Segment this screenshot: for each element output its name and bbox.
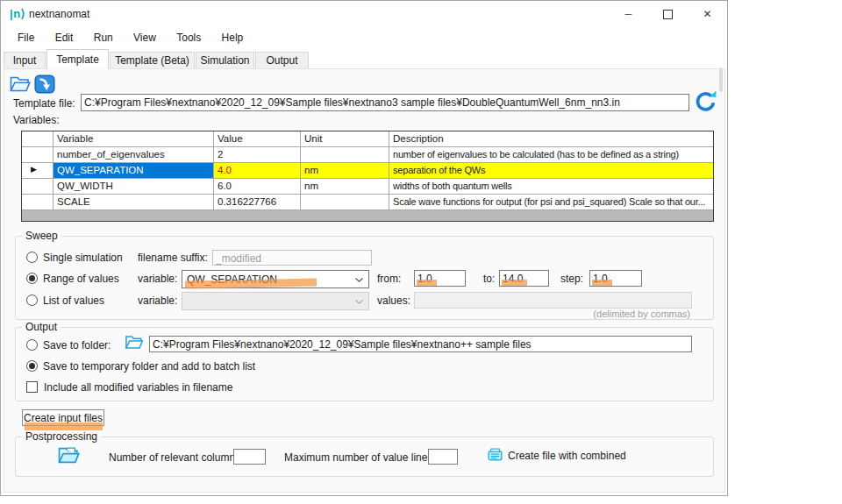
list-of-values-radio[interactable] xyxy=(26,295,38,306)
postprocess-folder-button[interactable] xyxy=(58,445,80,465)
load-template-button[interactable] xyxy=(34,75,55,94)
step-label: step: xyxy=(560,273,583,285)
to-label: to: xyxy=(483,273,495,285)
value-lines-label: Maximum number of value lines: xyxy=(284,451,436,464)
template-file-label: Template file: xyxy=(13,97,75,110)
step-value: 1.0 xyxy=(593,273,608,285)
table-row: number_of_eigenvalues 2 number of eigenv… xyxy=(22,147,713,163)
relevant-column-input[interactable] xyxy=(233,449,266,465)
cell-unit[interactable]: nm xyxy=(301,179,389,195)
column-header-description[interactable]: Description xyxy=(389,131,713,147)
column-header-value[interactable]: Value xyxy=(214,131,301,147)
import-arrow-icon xyxy=(34,75,55,94)
menu-run[interactable]: Run xyxy=(93,28,114,47)
from-value: 1.0 xyxy=(417,273,432,285)
output-group-title: Output xyxy=(22,321,61,333)
variables-table: Variable Value Unit Description number_o… xyxy=(21,131,714,222)
values-hint: (delimited by commas) xyxy=(593,309,690,319)
include-variables-label[interactable]: Include all modified variables in filena… xyxy=(44,381,232,394)
cell-description[interactable]: Scale wave functions for output (for psi… xyxy=(389,195,713,210)
reload-template-button[interactable] xyxy=(694,90,717,113)
menu-edit[interactable]: Edit xyxy=(54,28,75,47)
cell-variable[interactable]: QW_SEPARATION xyxy=(54,163,214,179)
cell-unit[interactable]: nm xyxy=(301,163,389,179)
app-window: |n⟩ nextnanomat ─ ✕ File Edit Run View T… xyxy=(0,0,728,496)
to-input[interactable]: 14.0 xyxy=(499,270,549,287)
minimize-button[interactable]: ─ xyxy=(609,1,648,27)
range-of-values-radio[interactable] xyxy=(26,273,38,284)
refresh-icon xyxy=(694,90,717,113)
tab-input[interactable]: Input xyxy=(4,52,46,68)
sweep-group-title: Sweep xyxy=(22,230,61,242)
cell-description[interactable]: widths of both quantum wells xyxy=(389,179,713,195)
row-header[interactable] xyxy=(22,179,54,195)
cell-value[interactable]: 6.0 xyxy=(214,179,301,195)
row-header[interactable] xyxy=(22,195,54,210)
menu-view[interactable]: View xyxy=(132,28,157,47)
table-row-selected: ▶ QW_SEPARATION 4.0 nm separation of the… xyxy=(22,163,713,179)
column-header-variable[interactable]: Variable xyxy=(54,131,214,147)
sweep-groupbox: Sweep Single simulation filename suffix:… xyxy=(15,236,714,320)
from-input[interactable]: 1.0 xyxy=(414,270,466,287)
minimize-icon: ─ xyxy=(625,9,632,19)
folder-open-icon xyxy=(10,75,31,94)
chevron-down-icon xyxy=(355,278,363,282)
save-to-folder-label[interactable]: Save to folder: xyxy=(43,339,111,351)
cell-description[interactable]: separation of the QWs xyxy=(389,163,713,179)
cell-value[interactable]: 4.0 xyxy=(214,163,301,179)
save-temp-radio[interactable] xyxy=(26,360,38,372)
list-variable-select xyxy=(182,292,369,310)
create-input-files-label: Create input files xyxy=(24,412,103,424)
menu-tools[interactable]: Tools xyxy=(175,28,202,47)
file-combine-icon xyxy=(487,448,503,463)
cell-value[interactable]: 0.316227766 xyxy=(214,195,301,210)
save-temp-label[interactable]: Save to temporary folder and add to batc… xyxy=(43,360,255,373)
tab-simulation[interactable]: Simulation xyxy=(196,52,254,68)
cell-variable[interactable]: number_of_eigenvalues xyxy=(54,147,214,163)
to-value: 14.0 xyxy=(503,273,523,285)
step-input[interactable]: 1.0 xyxy=(589,270,642,287)
output-folder-input[interactable]: C:¥Program Files¥nextnano¥2020_12_09¥Sam… xyxy=(149,336,692,352)
cell-unit[interactable] xyxy=(301,147,389,163)
save-to-folder-radio[interactable] xyxy=(26,339,38,351)
template-file-path: C:¥Program Files¥nextnano¥2020_12_09¥Sam… xyxy=(84,96,620,109)
create-input-files-button[interactable]: Create input files xyxy=(22,409,104,426)
cell-unit[interactable] xyxy=(301,195,389,210)
scrollbar-thumb[interactable] xyxy=(719,67,723,92)
tab-output[interactable]: Output xyxy=(255,52,309,68)
close-button[interactable]: ✕ xyxy=(688,1,727,27)
template-file-input[interactable]: C:¥Program Files¥nextnano¥2020_12_09¥Sam… xyxy=(81,94,689,111)
variables-label: Variables: xyxy=(13,114,59,126)
filename-suffix-input: _modified xyxy=(212,250,372,266)
single-simulation-radio[interactable] xyxy=(26,252,38,263)
list-variable-label: variable: xyxy=(138,295,177,307)
cell-description[interactable]: number of eigenvalues to be calculated (… xyxy=(389,147,713,163)
chevron-down-icon xyxy=(355,300,363,304)
menu-file[interactable]: File xyxy=(17,28,35,47)
create-combined-button[interactable] xyxy=(487,448,503,463)
range-variable-select[interactable]: QW_SEPARATION xyxy=(182,270,369,288)
cell-variable[interactable]: QW_WIDTH xyxy=(54,179,214,195)
tab-template-beta[interactable]: Template (Beta) xyxy=(110,52,195,68)
value-lines-input[interactable] xyxy=(428,449,458,465)
include-variables-checkbox[interactable] xyxy=(26,381,38,393)
table-row: QW_WIDTH 6.0 nm widths of both quantum w… xyxy=(22,179,713,195)
folder-open-icon xyxy=(125,334,144,351)
range-of-values-label[interactable]: Range of values xyxy=(43,273,119,285)
maximize-button[interactable] xyxy=(648,1,688,27)
tab-template[interactable]: Template xyxy=(46,49,109,69)
cell-value[interactable]: 2 xyxy=(214,147,301,163)
filename-suffix-value: _modified xyxy=(216,252,261,265)
values-input xyxy=(414,292,692,309)
menu-help[interactable]: Help xyxy=(221,28,245,47)
single-simulation-label[interactable]: Single simulation xyxy=(43,252,123,264)
column-header-unit[interactable]: Unit xyxy=(301,131,389,147)
close-icon: ✕ xyxy=(703,8,711,20)
row-header[interactable] xyxy=(22,147,54,163)
current-row-arrow-icon[interactable]: ▶ xyxy=(22,163,54,179)
open-template-button[interactable] xyxy=(10,75,31,94)
list-of-values-label[interactable]: List of values xyxy=(43,295,104,307)
browse-folder-button[interactable] xyxy=(125,334,144,351)
row-header-corner[interactable] xyxy=(22,131,54,147)
cell-variable[interactable]: SCALE xyxy=(54,195,214,210)
